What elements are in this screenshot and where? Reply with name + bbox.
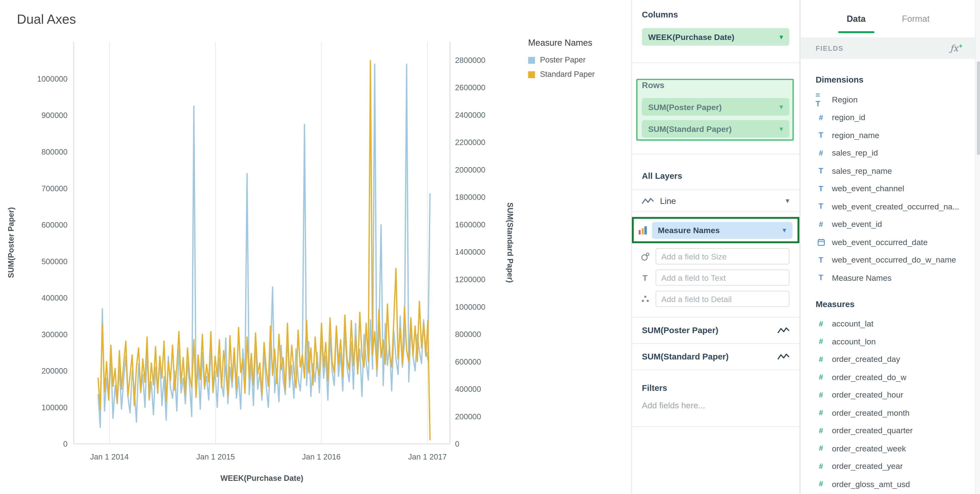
field-label: web_event_occurred_date: [832, 237, 928, 247]
panel-tabs: Data Format: [800, 0, 975, 38]
chevron-down-icon: ▾: [779, 33, 783, 40]
field-item[interactable]: # account_lat: [800, 315, 975, 333]
size-field-input[interactable]: [655, 248, 789, 265]
field-label: order_gloss_amt_usd: [832, 480, 910, 489]
field-item[interactable]: # order_created_quarter: [800, 422, 975, 440]
detail-field-input[interactable]: [655, 291, 789, 307]
svg-text:600000: 600000: [455, 357, 481, 366]
field-item[interactable]: # order_created_do_w: [800, 368, 975, 386]
svg-text:WEEK(Purchase Date): WEEK(Purchase Date): [220, 474, 303, 483]
field-label: region_name: [832, 131, 879, 140]
field-label: order_created_quarter: [832, 426, 913, 435]
tab-data[interactable]: Data: [847, 0, 865, 38]
svg-text:2400000: 2400000: [455, 111, 485, 120]
field-item[interactable]: T Measure Names: [800, 269, 975, 287]
text-icon: T: [816, 131, 826, 140]
svg-text:Jan 1 2017: Jan 1 2017: [408, 453, 447, 461]
pill-label: SUM(Poster Paper): [648, 102, 722, 112]
columns-header: Columns: [642, 10, 789, 19]
filters-header: Filters: [642, 383, 789, 392]
chart-region: Dual Axes 010000020000030000040000050000…: [0, 0, 631, 494]
filters-drop-area[interactable]: Add fields here...: [642, 401, 789, 410]
rows-pill-sum-standard-paper[interactable]: SUM(Standard Paper) ▾: [642, 120, 789, 138]
all-layers-header: All Layers: [632, 171, 799, 181]
field-item[interactable]: = T Region: [800, 91, 975, 108]
chevron-down-icon: ▾: [779, 103, 783, 111]
number-icon: #: [816, 355, 826, 364]
measures-header: Measures: [800, 287, 975, 315]
number-icon: #: [816, 426, 826, 435]
field-label: order_created_week: [832, 444, 906, 453]
svg-text:300000: 300000: [41, 330, 67, 339]
number-icon: #: [816, 149, 826, 158]
layer-label: SUM(Poster Paper): [642, 326, 718, 335]
field-item[interactable]: # sales_rep_id: [800, 144, 975, 162]
add-calculated-field-button[interactable]: ƒx+: [950, 43, 962, 53]
field-item[interactable]: # order_created_month: [800, 404, 975, 422]
pill-label: SUM(Standard Paper): [648, 124, 732, 134]
field-item[interactable]: # order_created_hour: [800, 386, 975, 404]
field-item[interactable]: T sales_rep_name: [800, 162, 975, 180]
fields-header-bar: FIELDS ƒx+: [800, 38, 975, 59]
svg-text:2000000: 2000000: [455, 166, 485, 174]
function-icon: ƒx: [950, 43, 958, 53]
svg-text:2200000: 2200000: [455, 138, 485, 147]
chevron-down-icon: ▾: [779, 125, 783, 132]
chart-type-select[interactable]: Line ▾: [632, 190, 799, 212]
field-item[interactable]: # account_lon: [800, 333, 975, 351]
field-item[interactable]: T region_name: [800, 126, 975, 144]
legend-item-standard-paper[interactable]: Standard Paper: [528, 70, 631, 79]
field-item[interactable]: # web_event_id: [800, 215, 975, 233]
svg-text:2600000: 2600000: [455, 83, 485, 92]
svg-text:100000: 100000: [41, 403, 67, 412]
field-item[interactable]: T web_event_created_occurred_na...: [800, 198, 975, 215]
svg-text:600000: 600000: [41, 220, 67, 229]
svg-text:1600000: 1600000: [455, 220, 485, 229]
tab-label: Format: [902, 14, 929, 24]
columns-pill-week-purchase-date[interactable]: WEEK(Purchase Date) ▾: [642, 28, 789, 46]
measures-list: # account_lat # account_lon # order_crea…: [800, 315, 975, 493]
field-item[interactable]: T web_event_channel: [800, 180, 975, 198]
field-label: region_id: [832, 113, 865, 122]
svg-text:200000: 200000: [455, 412, 481, 421]
number-icon: #: [816, 390, 826, 400]
tab-format[interactable]: Format: [902, 0, 929, 38]
text-icon: T: [640, 273, 650, 282]
text-icon: T: [816, 167, 826, 175]
field-lists: Dimensions = T Region # region_id T regi…: [800, 59, 975, 493]
field-item[interactable]: # order_gloss_amt_usd: [800, 475, 975, 493]
number-icon: #: [816, 480, 826, 489]
rows-pill-sum-poster-paper[interactable]: SUM(Poster Paper) ▾: [642, 98, 789, 116]
panel-scrollbar[interactable]: [975, 0, 980, 494]
svg-text:Jan 1 2014: Jan 1 2014: [90, 453, 129, 461]
scrollbar-thumb[interactable]: [977, 61, 980, 155]
size-field-row: [632, 246, 799, 267]
layer-sum-poster-paper[interactable]: SUM(Poster Paper): [632, 317, 799, 343]
field-item[interactable]: # order_created_day: [800, 351, 975, 368]
svg-text:0: 0: [63, 440, 67, 448]
field-item[interactable]: # region_id: [800, 108, 975, 126]
detail-icon: [640, 295, 650, 303]
field-item[interactable]: # order_created_week: [800, 440, 975, 457]
svg-text:1000000: 1000000: [37, 75, 67, 83]
app-root: Dual Axes 010000020000030000040000050000…: [0, 0, 980, 494]
pill-label: WEEK(Purchase Date): [648, 32, 734, 41]
standard-paper-swatch-icon: [528, 71, 535, 78]
field-item[interactable]: # order_created_year: [800, 457, 975, 475]
measure-names-pill[interactable]: Measure Names ▾: [652, 222, 792, 239]
line-chart-icon: [778, 352, 789, 361]
text-field-row: T: [632, 267, 799, 288]
field-item[interactable]: web_event_occurred_date: [800, 233, 975, 251]
svg-text:Jan 1 2016: Jan 1 2016: [302, 453, 341, 461]
legend-title: Measure Names: [528, 38, 631, 48]
text-field-input[interactable]: [655, 269, 789, 286]
field-label: web_event_occurred_do_w_name: [832, 255, 956, 265]
layer-sum-standard-paper[interactable]: SUM(Standard Paper): [632, 343, 799, 370]
number-icon: #: [816, 444, 826, 453]
number-icon: #: [816, 373, 826, 382]
svg-text:800000: 800000: [41, 147, 67, 156]
field-item[interactable]: T web_event_occurred_do_w_name: [800, 251, 975, 269]
svg-text:500000: 500000: [41, 257, 67, 266]
legend-item-poster-paper[interactable]: Poster Paper: [528, 56, 631, 64]
number-icon: #: [816, 319, 826, 328]
